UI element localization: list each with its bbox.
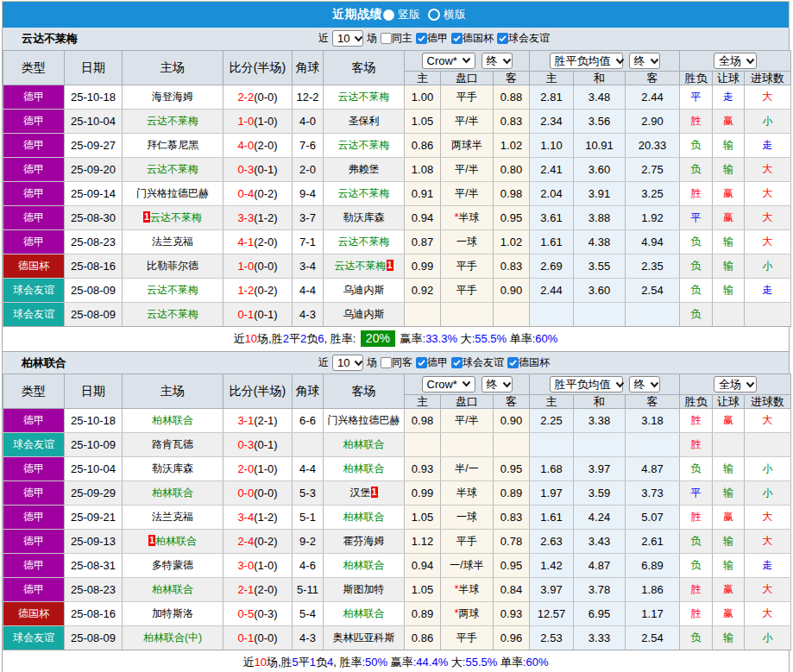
col-header-2: 主场 <box>123 374 223 409</box>
away-team-cell: 柏林联合 <box>324 554 405 578</box>
away-team-name: 云达不莱梅 <box>338 187 390 199</box>
scope-select-value: 全场 <box>719 53 741 69</box>
league-checkbox-label-1[interactable]: 德国杯 <box>463 31 494 46</box>
away-team-name: 汉堡 <box>350 487 371 499</box>
league-checkbox-0[interactable] <box>416 33 427 44</box>
handicap-name: 平手 <box>456 535 477 547</box>
corner-cell: 5-1 <box>293 506 324 530</box>
away-team-name: 柏林联合 <box>343 462 385 474</box>
halftime-score: (2-0) <box>254 583 277 596</box>
fulltime-score: 3-1 <box>237 414 254 427</box>
radio-horizontal-icon[interactable] <box>428 9 440 21</box>
match-type-badge: 德甲 <box>3 110 65 134</box>
avg-draw: 4.24 <box>574 506 626 530</box>
avg-select[interactable]: 胜平负均值 <box>550 53 623 69</box>
corner-cell: 9-2 <box>293 530 324 554</box>
handicap-name: 一/球半 <box>450 559 483 571</box>
sub-header-2: 客 <box>494 72 530 85</box>
match-date: 25-09-13 <box>65 530 123 554</box>
match-type-badge: 德甲 <box>3 158 65 182</box>
away-team-cell: 奥林匹亚科斯 <box>324 626 405 650</box>
same-venue-checkbox[interactable] <box>381 357 392 368</box>
radio-horizontal-label[interactable]: 横版 <box>444 7 466 22</box>
avg-home: 1.61 <box>530 506 574 530</box>
home-team-cell: 海登海姆 <box>123 85 223 110</box>
corner-cell: 6-6 <box>293 409 324 433</box>
avg-away: 2.90 <box>626 110 680 134</box>
odds-away: 0.96 <box>494 626 530 650</box>
halftime-score: (1-2) <box>254 511 277 524</box>
result-handicap: 赢 <box>713 602 745 626</box>
league-checkbox-label-0[interactable]: 德甲 <box>427 355 448 370</box>
odds-home: 0.87 <box>405 230 441 254</box>
league-checkbox-1[interactable] <box>451 357 463 368</box>
match-type-badge: 德甲 <box>3 182 65 206</box>
radio-vertical-selected-icon[interactable] <box>383 9 394 21</box>
match-type-badge: 球会友谊 <box>3 279 65 303</box>
league-checkbox-label-2[interactable]: 球会友谊 <box>508 31 550 46</box>
scope-select[interactable]: 全场 <box>714 376 757 393</box>
league-checkbox-0[interactable] <box>416 357 427 368</box>
corner-cell: 4-4 <box>293 279 324 303</box>
same-venue-label[interactable]: 同主 <box>392 31 412 46</box>
league-checkbox-label-0[interactable]: 德甲 <box>427 31 448 46</box>
scope-select[interactable]: 全场 <box>714 53 757 69</box>
avg-draw <box>574 433 626 457</box>
sub-header-4: 和 <box>574 395 626 409</box>
home-team-name: 法兰克福 <box>152 236 193 248</box>
league-checkbox-1[interactable] <box>451 33 463 44</box>
away-team-name: 霍芬海姆 <box>343 535 385 547</box>
recent-count-select[interactable]: 10 <box>332 30 363 47</box>
avg-draw <box>574 303 626 327</box>
odds-company-select[interactable]: Crow* <box>422 53 475 69</box>
odds-home: 1.12 <box>405 530 441 554</box>
avg-draw: 3.88 <box>574 206 626 230</box>
summary-segment: :44.4% <box>413 656 448 669</box>
home-team-name: 云达不莱梅 <box>147 308 198 320</box>
avg-select[interactable]: 胜平负均值 <box>550 376 623 393</box>
sub-header-5: 客 <box>626 72 680 85</box>
same-venue-checkbox[interactable] <box>381 33 392 44</box>
home-team-name: 云达不莱梅 <box>147 115 198 127</box>
league-checkbox-label-1[interactable]: 球会友谊 <box>463 355 504 370</box>
match-row: 德甲25-10-18柏林联合3-1(2-1)6-6门兴格拉德巴赫0.98平/半0… <box>3 409 791 433</box>
sub-header-4: 和 <box>574 72 626 85</box>
home-team-name: 柏林联合 <box>152 414 193 426</box>
same-venue-label[interactable]: 同客 <box>392 355 412 370</box>
result-outcome: 胜 <box>680 182 713 206</box>
score-cell: 3-0(1-0) <box>223 554 293 578</box>
result-goals: 小 <box>745 481 791 506</box>
odds-home: 0.86 <box>405 134 441 158</box>
avg-home: 2.63 <box>530 530 574 554</box>
score-cell: 2-4(0-2) <box>223 530 293 554</box>
recent-count-select[interactable]: 10 <box>332 355 363 371</box>
match-row: 德国杯25-08-16比勒菲尔德1-0(0-0)3-4云达不莱梅10.99平手0… <box>3 254 791 279</box>
odds-state-select[interactable]: 终 <box>481 53 513 69</box>
corner-cell: 4-3 <box>293 303 324 327</box>
league-checkbox-2[interactable] <box>507 357 519 368</box>
score-cell: 0-0(0-0) <box>223 481 293 506</box>
odds-state-select[interactable]: 终 <box>481 376 513 393</box>
score-cell: 4-1(2-0) <box>223 230 293 254</box>
halftime-score: (0-2) <box>254 187 277 200</box>
odds-company-select[interactable]: Crow* <box>422 376 475 393</box>
score-cell: 1-2(0-2) <box>223 279 293 303</box>
handicap-cell: 平手 <box>441 626 494 650</box>
result-outcome: 负 <box>680 626 713 650</box>
radio-vertical-label[interactable]: 竖版 <box>398 7 420 22</box>
avg-state-select[interactable]: 终 <box>629 53 660 69</box>
match-type-badge: 德国杯 <box>3 254 65 279</box>
league-checkbox-label-2[interactable]: 德国杯 <box>519 355 550 370</box>
avg-away: 2.54 <box>626 279 680 303</box>
match-row: 德甲25-08-31多特蒙德3-0(1-0)4-6柏林联合0.94一/球半0.9… <box>3 554 791 578</box>
avg-select-value: 胜平负均值 <box>555 377 611 393</box>
league-checkbox-2[interactable] <box>497 33 508 44</box>
handicap-name: 平手 <box>456 631 477 644</box>
col-header-2: 主场 <box>123 51 223 85</box>
home-team-cell: 比勒菲尔德 <box>123 254 223 279</box>
handicap-name: 平手 <box>456 91 477 103</box>
avg-state-select[interactable]: 终 <box>629 376 660 393</box>
avg-draw: 10.91 <box>574 134 626 158</box>
fulltime-score: 0-5 <box>237 607 254 620</box>
avg-state-select-value: 终 <box>634 377 645 393</box>
